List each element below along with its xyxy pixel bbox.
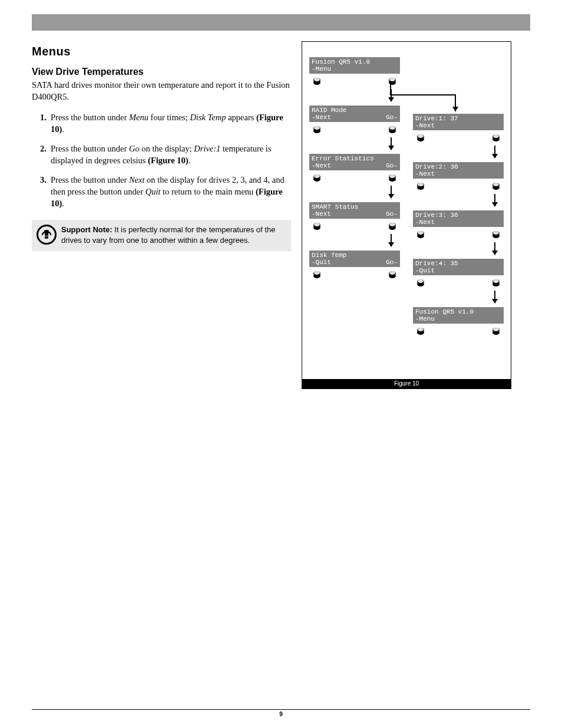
svg-point-65 bbox=[418, 279, 424, 283]
button-row bbox=[413, 229, 504, 239]
button-row bbox=[413, 133, 504, 142]
lcd-screen: Disk Temp-QuitGo- bbox=[309, 251, 400, 267]
svg-point-41 bbox=[418, 134, 424, 138]
left-button-icon bbox=[313, 269, 321, 279]
lcd-screen: SMART Status-NextGo- bbox=[309, 202, 400, 219]
svg-point-60 bbox=[493, 231, 499, 235]
svg-point-19 bbox=[314, 174, 320, 178]
step-item: 1. Press the button under Menu four time… bbox=[40, 112, 291, 135]
left-button-icon bbox=[313, 124, 321, 134]
step-text: Press the button under Menu four times; … bbox=[51, 112, 291, 135]
step-text: Press the button under Go on the display… bbox=[51, 143, 291, 166]
right-button-icon bbox=[492, 229, 500, 239]
page-title: Menus bbox=[32, 41, 291, 58]
svg-point-35 bbox=[314, 271, 320, 275]
svg-marker-62 bbox=[492, 251, 498, 255]
svg-marker-32 bbox=[388, 242, 394, 247]
figure-10-diagram: Fusion QR5 v1.0-MenuRAID Mode-NextGo-Err… bbox=[302, 41, 511, 389]
arrow-down-icon bbox=[491, 291, 499, 304]
lcd-screen: Drive:3: 36-Next bbox=[413, 210, 504, 227]
right-button-icon bbox=[492, 326, 500, 335]
left-button-icon bbox=[416, 133, 425, 142]
step-item: 3. Press the button under Next on the di… bbox=[40, 174, 291, 209]
right-button-icon bbox=[388, 124, 396, 134]
svg-marker-54 bbox=[492, 202, 498, 207]
step-list: 1. Press the button under Menu four time… bbox=[40, 112, 291, 209]
left-button-icon bbox=[313, 221, 321, 230]
button-row bbox=[309, 173, 400, 182]
svg-point-52 bbox=[493, 183, 499, 186]
right-button-icon bbox=[388, 221, 396, 230]
intro-paragraph: SATA hard drives monitor their own tempe… bbox=[32, 80, 291, 103]
button-row bbox=[309, 221, 400, 230]
right-button-icon bbox=[388, 269, 396, 279]
arrow-down-icon bbox=[491, 242, 499, 255]
svg-point-27 bbox=[314, 223, 320, 226]
button-row bbox=[309, 76, 400, 85]
support-icon bbox=[37, 225, 57, 245]
right-button-icon bbox=[388, 76, 396, 85]
svg-point-22 bbox=[389, 174, 395, 178]
arrow-down-icon bbox=[387, 186, 395, 199]
left-button-icon bbox=[416, 326, 425, 335]
step-text: Press the button under Next on the displ… bbox=[51, 174, 291, 209]
step-number: 3. bbox=[40, 174, 51, 209]
left-button-icon bbox=[313, 76, 321, 85]
step-number: 2. bbox=[40, 143, 51, 166]
header-bar bbox=[32, 14, 530, 31]
step-number: 1. bbox=[40, 112, 51, 135]
diagram-column-1: Fusion QR5 v1.0-MenuRAID Mode-NextGo-Err… bbox=[309, 57, 400, 339]
lcd-screen: Error Statistics-NextGo- bbox=[309, 154, 400, 170]
svg-point-73 bbox=[418, 328, 424, 331]
svg-point-57 bbox=[418, 231, 424, 235]
svg-marker-8 bbox=[388, 97, 394, 102]
svg-point-49 bbox=[418, 183, 424, 186]
figure-caption: Figure 10 bbox=[302, 379, 511, 388]
svg-point-30 bbox=[389, 223, 395, 226]
left-button-icon bbox=[416, 278, 425, 287]
right-button-icon bbox=[388, 173, 396, 182]
svg-point-6 bbox=[389, 78, 395, 81]
svg-marker-16 bbox=[388, 146, 394, 150]
right-button-icon bbox=[492, 133, 500, 142]
right-button-icon bbox=[492, 278, 500, 287]
svg-point-38 bbox=[389, 271, 395, 275]
svg-point-14 bbox=[389, 126, 395, 130]
lcd-screen: Fusion QR5 v1.0-Menu bbox=[309, 57, 400, 74]
lcd-screen: Fusion QR5 v1.0-Menu bbox=[413, 307, 504, 324]
svg-marker-46 bbox=[492, 154, 498, 159]
right-button-icon bbox=[492, 181, 500, 190]
arrow-down-icon bbox=[387, 89, 395, 102]
text-column: Menus View Drive Temperatures SATA hard … bbox=[32, 41, 291, 389]
button-row bbox=[309, 269, 400, 279]
arrow-down-icon bbox=[491, 146, 499, 159]
left-button-icon bbox=[313, 173, 321, 182]
svg-point-44 bbox=[493, 134, 499, 138]
lcd-screen: Drive:4: 35-Quit bbox=[413, 259, 504, 275]
arrow-down-icon bbox=[491, 194, 499, 207]
support-note-text: Support Note: It is perfectly normal for… bbox=[61, 225, 285, 245]
lcd-screen: Drive:1: 37-Next bbox=[413, 114, 504, 130]
button-row bbox=[309, 124, 400, 134]
page-footer: 9 bbox=[0, 709, 562, 717]
svg-marker-70 bbox=[492, 299, 498, 304]
arrow-down-icon bbox=[387, 137, 395, 150]
svg-point-3 bbox=[314, 78, 320, 81]
diagram-column-2: Drive:1: 37-NextDrive:2: 36-NextDrive:3:… bbox=[413, 57, 504, 339]
svg-point-11 bbox=[314, 126, 320, 130]
page-number: 9 bbox=[279, 711, 283, 717]
svg-marker-24 bbox=[388, 194, 394, 199]
svg-point-76 bbox=[493, 328, 499, 331]
section-title: View Drive Temperatures bbox=[32, 67, 291, 77]
left-button-icon bbox=[416, 229, 425, 239]
button-row bbox=[413, 326, 504, 335]
lcd-screen: Drive:2: 36-Next bbox=[413, 162, 504, 179]
button-row bbox=[413, 181, 504, 190]
svg-point-68 bbox=[493, 279, 499, 283]
button-row bbox=[413, 278, 504, 287]
left-button-icon bbox=[416, 181, 425, 190]
support-note: Support Note: It is perfectly normal for… bbox=[32, 220, 291, 251]
step-item: 2. Press the button under Go on the disp… bbox=[40, 143, 291, 166]
lcd-screen: RAID Mode-NextGo- bbox=[309, 106, 400, 122]
arrow-down-icon bbox=[387, 234, 395, 247]
